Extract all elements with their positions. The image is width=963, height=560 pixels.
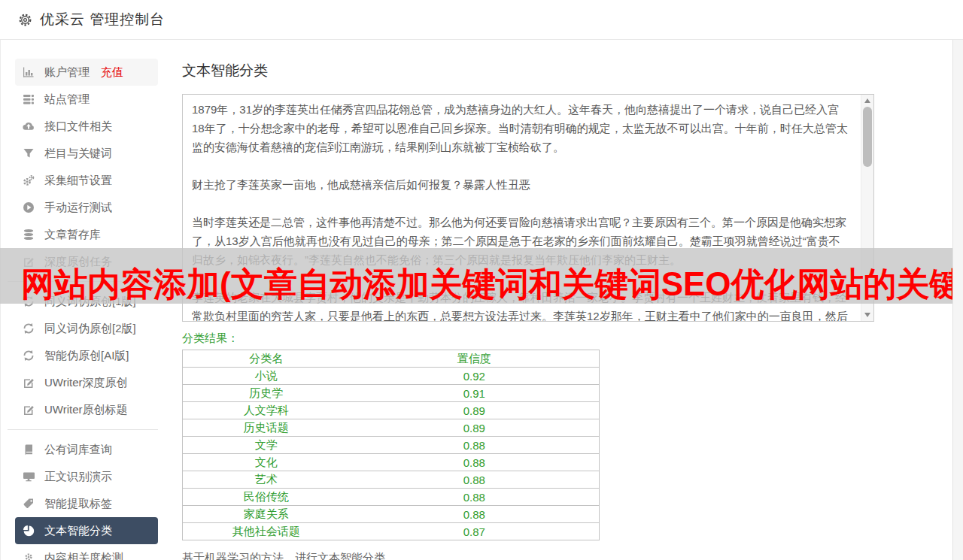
watermark-text: 网站内容添加(文章自动添加关键词和关键词SEO优化网站的关键 (21, 262, 963, 307)
scroll-up-icon[interactable] (861, 95, 873, 106)
table-row: 历史学0.91 (183, 385, 600, 402)
sidebar-item-account-management[interactable]: 账户管理 充值 (15, 59, 158, 86)
filter-icon (23, 147, 35, 159)
sidebar-item-public-dictionary-query[interactable]: 公有词库查询 (15, 436, 158, 463)
sidebar-item-label: 栏目与关键词 (44, 147, 112, 161)
table-row: 小说0.92 (183, 368, 600, 385)
tag-icon (23, 498, 35, 510)
sidebar-item-label: 文章暂存库 (44, 228, 101, 242)
confidence-cell: 0.88 (350, 454, 600, 471)
sidebar-item-label: 内容相关度检测 (44, 551, 123, 560)
table-row: 人文学科0.89 (183, 402, 600, 419)
sidebar-item-label: 站点管理 (44, 92, 90, 107)
table-row: 其他社会话题0.87 (183, 523, 600, 540)
sidebar-item-uwriter-deep-original[interactable]: UWriter深度原创 (15, 369, 158, 396)
page-scrollbar[interactable] (952, 40, 963, 560)
sidebar-item-label: 账户管理 (44, 65, 90, 80)
server-icon (23, 93, 35, 105)
category-cell: 历史话题 (183, 419, 350, 437)
page-title: 文本智能分类 (182, 61, 963, 80)
table-row: 文学0.88 (183, 437, 600, 454)
column-header-category: 分类名 (183, 350, 350, 368)
sidebar-item-ai-rewrite[interactable]: 智能伪原创[AI版] (15, 342, 158, 369)
sidebar-item-smart-tag-extraction[interactable]: 智能提取标签 (15, 490, 158, 517)
confidence-cell: 0.88 (350, 489, 600, 506)
category-cell: 家庭关系 (183, 506, 350, 523)
sidebar-item-synonym-rewrite-v2[interactable]: 同义词伪原创[2版] (15, 315, 158, 342)
sidebar-item-label: 正文识别演示 (44, 470, 112, 484)
sidebar-item-label: UWriter深度原创 (44, 376, 128, 390)
confidence-cell: 0.87 (350, 523, 600, 540)
category-cell: 历史学 (183, 385, 350, 402)
sidebar-item-label: 智能提取标签 (44, 497, 112, 511)
bar-chart-icon (23, 66, 35, 78)
classification-results-table: 分类名 置信度 小说0.92 历史学0.91 人文学科0.89 历史话题0.89… (182, 350, 600, 540)
app-title: 优采云 管理控制台 (40, 10, 165, 29)
sidebar-item-label: UWriter原创标题 (44, 403, 128, 417)
sidebar-item-uwriter-original-title[interactable]: UWriter原创标题 (15, 396, 158, 423)
confidence-cell: 0.89 (350, 402, 600, 419)
monitor-icon (23, 471, 35, 483)
confidence-cell: 0.88 (350, 506, 600, 523)
sidebar-item-label: 手动运行测试 (44, 201, 112, 215)
table-header-row: 分类名 置信度 (183, 350, 600, 368)
book-icon (23, 443, 35, 456)
sidebar-item-label: 采集细节设置 (44, 174, 112, 188)
sidebar-item-columns-keywords[interactable]: 栏目与关键词 (15, 140, 158, 167)
sidebar-item-label: 文本智能分类 (44, 524, 112, 538)
gears-icon (23, 174, 35, 186)
app-header: 优采云 管理控制台 (0, 0, 963, 40)
input-paragraph: 财主抢了李莲英家一亩地，他成慈禧亲信后如何报复？暴露人性丑恶 (192, 175, 849, 194)
description-text: 基于机器学习的方法，进行文本智能分类。 (182, 551, 963, 560)
sidebar-item-site-management[interactable]: 站点管理 (15, 86, 158, 113)
sidebar-item-label: 公有词库查询 (44, 443, 112, 457)
confidence-cell: 0.88 (350, 437, 600, 454)
sidebar-item-label: 同义词伪原创[2版] (44, 322, 136, 336)
category-cell: 其他社会话题 (183, 523, 350, 540)
table-row: 历史话题0.89 (183, 419, 600, 437)
sidebar-item-article-staging[interactable]: 文章暂存库 (15, 221, 158, 248)
play-icon (23, 201, 35, 213)
input-paragraph: 1879年，31岁的李莲英出任储秀宫四品花翎总管，成为慈禧身边的大红人。这年春天… (192, 100, 849, 156)
category-cell: 小说 (183, 368, 350, 385)
sidebar-item-label: 智能伪原创[AI版] (44, 349, 129, 363)
refresh-icon (23, 350, 35, 362)
recharge-link[interactable]: 充值 (101, 65, 123, 80)
edit-icon (23, 404, 35, 416)
scrollbar-thumb[interactable] (863, 107, 872, 167)
relevance-icon (23, 552, 35, 560)
edit-icon (23, 377, 35, 389)
column-header-confidence: 置信度 (350, 350, 600, 368)
sidebar-item-interface-files[interactable]: 接口文件相关 (15, 113, 158, 140)
table-row: 家庭关系0.88 (183, 506, 600, 523)
table-row: 民俗传统0.88 (183, 489, 600, 506)
sidebar-item-content-relevance-detection[interactable]: 内容相关度检测 (15, 544, 158, 560)
scroll-down-icon[interactable] (861, 310, 873, 320)
sidebar-item-collection-settings[interactable]: 采集细节设置 (15, 167, 158, 194)
category-cell: 民俗传统 (183, 489, 350, 506)
gear-icon[interactable] (18, 13, 32, 27)
table-row: 文化0.88 (183, 454, 600, 471)
confidence-cell: 0.91 (350, 385, 600, 402)
sidebar-item-manual-run-test[interactable]: 手动运行测试 (15, 194, 158, 221)
pie-chart-icon (23, 525, 35, 537)
sidebar-divider (8, 429, 158, 430)
sidebar-item-label: 接口文件相关 (44, 120, 112, 134)
confidence-cell: 0.92 (350, 368, 600, 385)
result-label: 分类结果： (182, 331, 963, 346)
database-icon (23, 229, 35, 241)
confidence-cell: 0.88 (350, 471, 600, 489)
category-cell: 文化 (183, 454, 350, 471)
category-cell: 文学 (183, 437, 350, 454)
cloud-upload-icon (23, 120, 35, 132)
sidebar-item-text-classification[interactable]: 文本智能分类 (15, 517, 158, 544)
confidence-cell: 0.89 (350, 419, 600, 437)
category-cell: 艺术 (183, 471, 350, 489)
category-cell: 人文学科 (183, 402, 350, 419)
sidebar-item-content-recognition-demo[interactable]: 正文识别演示 (15, 463, 158, 490)
refresh-icon (23, 322, 35, 334)
table-row: 艺术0.88 (183, 471, 600, 489)
